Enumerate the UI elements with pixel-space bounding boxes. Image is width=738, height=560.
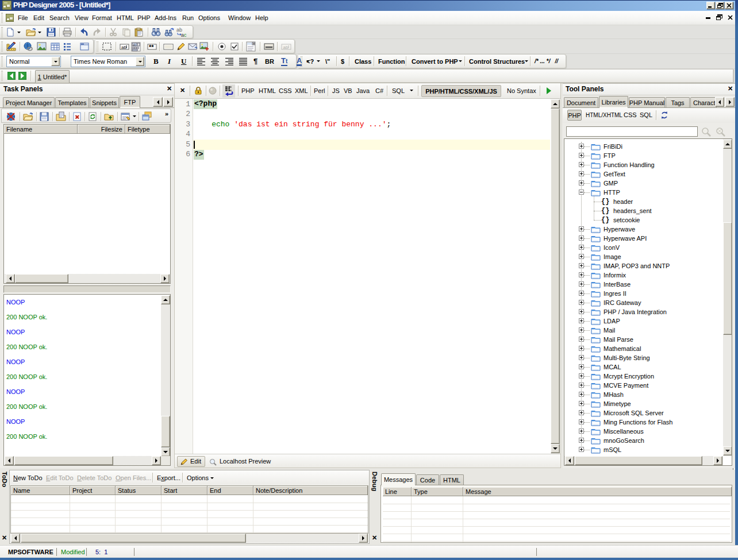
svg-text:ab: ab [133,43,136,47]
svg-text:ab: ab [121,45,126,50]
svg-text:c: c [184,32,187,37]
svg-text:ab: ab [283,45,289,50]
svg-text:**: ** [149,44,154,51]
